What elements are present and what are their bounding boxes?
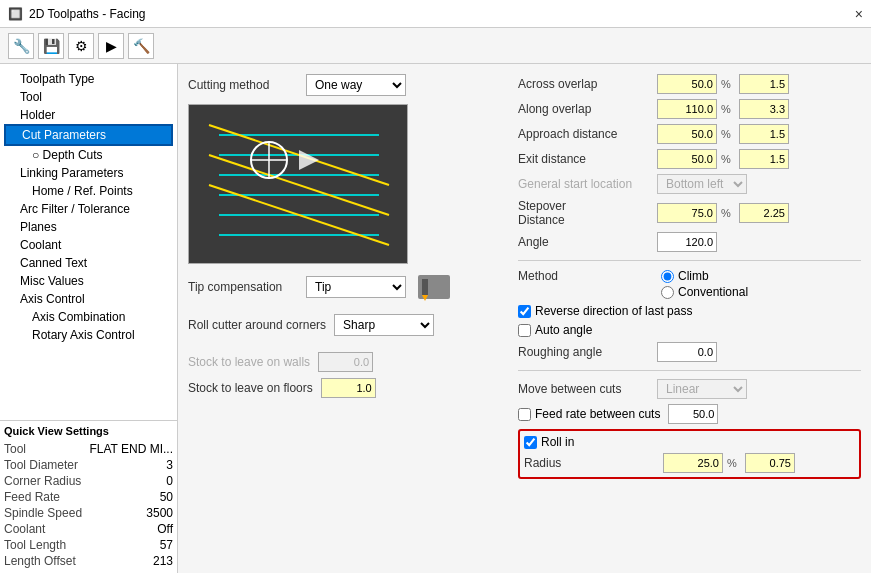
along-overlap-val-input[interactable]: 3.3 xyxy=(739,99,789,119)
stock-floors-label: Stock to leave on floors xyxy=(188,381,313,395)
tree-item-coolant[interactable]: Coolant xyxy=(4,236,173,254)
approach-dist-val-input[interactable]: 1.5 xyxy=(739,124,789,144)
stepover-dist-pct-input[interactable]: 75.0 xyxy=(657,203,717,223)
tip-compensation-row: Tip compensation Tip Center None xyxy=(188,272,508,302)
angle-label: Angle xyxy=(518,235,653,249)
tree-label: Arc Filter / Tolerance xyxy=(20,202,130,216)
tree-label: Canned Text xyxy=(20,256,87,270)
tree-label: Misc Values xyxy=(20,274,84,288)
roll-in-checkbox[interactable] xyxy=(524,436,537,449)
radius-label: Radius xyxy=(524,456,659,470)
method-label: Method xyxy=(518,269,653,283)
across-overlap-row: Across overlap 50.0 % 1.5 xyxy=(518,74,861,94)
radius-pct-input[interactable]: 25.0 xyxy=(663,453,723,473)
qv-length-offset: Length Offset 213 xyxy=(4,553,173,569)
across-overlap-pct-input[interactable]: 50.0 xyxy=(657,74,717,94)
roll-cutter-dropdown[interactable]: Sharp None All xyxy=(334,314,434,336)
roughing-angle-label: Roughing angle xyxy=(518,345,653,359)
toolpath-button[interactable]: ⚙ xyxy=(68,33,94,59)
close-button[interactable]: × xyxy=(855,6,863,22)
right-content: Across overlap 50.0 % 1.5 Along overlap … xyxy=(518,74,861,479)
general-start-label: General start location xyxy=(518,177,653,191)
cutting-method-row: Cutting method One way Zigzag Spiral xyxy=(188,74,508,96)
feed-rate-between-input[interactable]: 50.0 xyxy=(668,404,718,424)
cutting-method-dropdown[interactable]: One way Zigzag Spiral xyxy=(306,74,406,96)
roughing-angle-input[interactable]: 0.0 xyxy=(657,342,717,362)
tree-label: Planes xyxy=(20,220,57,234)
tip-compensation-dropdown[interactable]: Tip Center None xyxy=(306,276,406,298)
tree-item-holder[interactable]: Holder xyxy=(4,106,173,124)
along-overlap-label: Along overlap xyxy=(518,102,653,116)
feed-rate-between-row: Feed rate between cuts 50.0 xyxy=(518,404,861,424)
simulate-button[interactable]: ▶ xyxy=(98,33,124,59)
approach-dist-label: Approach distance xyxy=(518,127,653,141)
tool-diagram-icon xyxy=(414,272,454,302)
save-button[interactable]: 💾 xyxy=(38,33,64,59)
stock-section: Stock to leave on walls 0.0 Stock to lea… xyxy=(188,352,508,398)
left-content: Cutting method One way Zigzag Spiral xyxy=(188,74,508,479)
approach-dist-pct-input[interactable]: 50.0 xyxy=(657,124,717,144)
reverse-direction-row: Reverse direction of last pass xyxy=(518,304,861,318)
tree-label: Axis Combination xyxy=(32,310,125,324)
exit-dist-val-input[interactable]: 1.5 xyxy=(739,149,789,169)
stepover-dist-val-input[interactable]: 2.25 xyxy=(739,203,789,223)
tree-item-linking-parameters[interactable]: Linking Parameters xyxy=(4,164,173,182)
across-overlap-val-input[interactable]: 1.5 xyxy=(739,74,789,94)
feed-rate-between-checkbox[interactable] xyxy=(518,408,531,421)
cutting-diagram xyxy=(188,104,408,264)
tree-item-axis-control[interactable]: Axis Control xyxy=(4,290,173,308)
stock-floors-input[interactable]: 1.0 xyxy=(321,378,376,398)
tree-item-depth-cuts[interactable]: ○ Depth Cuts xyxy=(4,146,173,164)
method-conventional-radio[interactable] xyxy=(661,286,674,299)
qv-coolant: Coolant Off xyxy=(4,521,173,537)
reverse-direction-checkbox[interactable] xyxy=(518,305,531,318)
tree-item-home-ref[interactable]: Home / Ref. Points xyxy=(4,182,173,200)
stepover-dist-label: StepoverDistance xyxy=(518,199,653,227)
stock-floors-row: Stock to leave on floors 1.0 xyxy=(188,378,508,398)
tree-item-arc-filter[interactable]: Arc Filter / Tolerance xyxy=(4,200,173,218)
diagram-svg xyxy=(189,105,408,264)
tree-item-tool[interactable]: Tool xyxy=(4,88,173,106)
radius-row: Radius 25.0 % 0.75 xyxy=(524,453,855,473)
tree-item-cut-parameters[interactable]: Cut Parameters xyxy=(4,124,173,146)
tree-label: Cut Parameters xyxy=(22,128,106,142)
qv-corner-radius: Corner Radius 0 xyxy=(4,473,173,489)
exit-dist-label: Exit distance xyxy=(518,152,653,166)
tree-label: Toolpath Type xyxy=(20,72,95,86)
settings-button[interactable]: 🔨 xyxy=(128,33,154,59)
tree-item-axis-combination[interactable]: Axis Combination xyxy=(4,308,173,326)
move-between-cuts-dropdown[interactable]: Linear xyxy=(657,379,747,399)
method-climb-label: Climb xyxy=(678,269,709,283)
tree-item-toolpath-type[interactable]: Toolpath Type xyxy=(4,70,173,88)
auto-angle-checkbox[interactable] xyxy=(518,324,531,337)
auto-angle-label: Auto angle xyxy=(535,323,592,337)
left-panel: Toolpath Type Tool Holder Cut Parameters… xyxy=(0,64,178,573)
svg-rect-15 xyxy=(422,279,428,295)
along-overlap-pct-input[interactable]: 110.0 xyxy=(657,99,717,119)
cutting-method-label: Cutting method xyxy=(188,78,298,92)
across-overlap-pct-sign: % xyxy=(721,78,735,90)
qv-feed-rate: Feed Rate 50 xyxy=(4,489,173,505)
angle-input[interactable]: 120.0 xyxy=(657,232,717,252)
tool-button[interactable]: 🔧 xyxy=(8,33,34,59)
qv-tool: Tool FLAT END MI... xyxy=(4,441,173,457)
tree-label: Home / Ref. Points xyxy=(32,184,133,198)
tree-item-canned-text[interactable]: Canned Text xyxy=(4,254,173,272)
method-climb-radio[interactable] xyxy=(661,270,674,283)
qv-spindle-speed: Spindle Speed 3500 xyxy=(4,505,173,521)
approach-dist-row: Approach distance 50.0 % 1.5 xyxy=(518,124,861,144)
general-start-dropdown[interactable]: Bottom left xyxy=(657,174,747,194)
radius-val-input[interactable]: 0.75 xyxy=(745,453,795,473)
exit-dist-pct-input[interactable]: 50.0 xyxy=(657,149,717,169)
tree-item-misc-values[interactable]: Misc Values xyxy=(4,272,173,290)
tree-item-rotary-axis[interactable]: Rotary Axis Control xyxy=(4,326,173,344)
move-between-cuts-label: Move between cuts xyxy=(518,382,653,396)
tree-label: Linking Parameters xyxy=(20,166,123,180)
title-bar: 🔲 2D Toolpaths - Facing × xyxy=(0,0,871,28)
stepover-dist-row: StepoverDistance 75.0 % 2.25 xyxy=(518,199,861,227)
stock-walls-input[interactable]: 0.0 xyxy=(318,352,373,372)
toolbar: 🔧 💾 ⚙ ▶ 🔨 xyxy=(0,28,871,64)
tip-compensation-label: Tip compensation xyxy=(188,280,298,294)
along-overlap-pct-sign: % xyxy=(721,103,735,115)
tree-item-planes[interactable]: Planes xyxy=(4,218,173,236)
